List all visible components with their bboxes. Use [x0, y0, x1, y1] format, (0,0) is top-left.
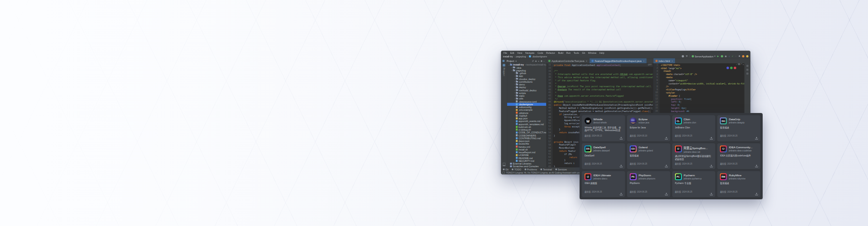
search-icon[interactable]: ◌	[735, 55, 736, 58]
code-token: Pageplug	[675, 88, 685, 91]
menu-item-code[interactable]: Code	[538, 51, 543, 54]
plugin-card[interactable]: CLClionjetbrains clionJetBrains Clion最新版…	[672, 115, 715, 141]
hammer-icon[interactable]: ⚒	[686, 55, 688, 58]
project-stripe-icon[interactable]	[503, 64, 505, 67]
breadcrumb-item[interactable]: install-try	[503, 55, 513, 57]
toolwindow-terminal[interactable]: Terminal	[540, 168, 552, 171]
locate-icon[interactable]: ⊕	[535, 60, 537, 62]
download-icon[interactable]	[619, 165, 623, 168]
spring-icon[interactable]	[692, 55, 694, 57]
tree-item-label: .idea	[516, 66, 521, 69]
line-number: 63	[547, 159, 552, 162]
run-config-dropdown[interactable]: ServerApplication▾	[692, 55, 716, 57]
close-icon[interactable]: ×	[643, 60, 645, 62]
download-icon[interactable]	[619, 137, 623, 140]
jetbrains-logo-icon: GO	[630, 146, 637, 152]
breadcrumb-item[interactable]: pageplug	[516, 55, 526, 57]
docker-file-icon	[529, 55, 531, 57]
tree-item-label: scripts	[519, 92, 526, 94]
plugin-card[interactable]: IJIDEA Community...jetbrains idea-c-code…	[717, 143, 760, 169]
download-icon[interactable]	[755, 192, 759, 196]
plugin-card[interactable]: IJIDEA Ultimatejetbrains idea-uIDEA 旗舰版最…	[582, 171, 625, 197]
jetbrains-logo-icon: DS	[585, 146, 591, 152]
download-icon[interactable]	[710, 165, 713, 168]
plugin-card[interactable]: DGDataGripjetbrains datagrip暂无描述最新版: 202…	[717, 115, 760, 141]
breadcrumb-item[interactable]: .dockerignore	[532, 55, 547, 57]
plugin-card[interactable]: RMRubyMinejetbrains rubymine暂无描述最新版: 202…	[717, 171, 760, 197]
download-icon[interactable]	[755, 137, 759, 140]
plugin-card[interactable]: DSDataSpelljetbrains dataspellDataSpell最…	[582, 143, 625, 169]
toolwindow-services[interactable]: Services	[555, 168, 567, 171]
code-token: @param	[558, 85, 566, 88]
folder-icon	[510, 64, 512, 66]
hide-icon[interactable]: −	[543, 60, 545, 62]
plugin-card[interactable]: IJ阿里云SpringBoo...jetbrains idea-c-ali通过阿…	[672, 143, 715, 169]
menu-item-tools[interactable]: Tools	[574, 51, 579, 54]
plugin-version: 最新版: 2024.06.25	[720, 162, 738, 165]
tree-row-root[interactable]: ⌄install-try~/workspace/install-try	[507, 63, 547, 66]
plugin-yellow-icon[interactable]	[746, 55, 749, 57]
user-icon[interactable]	[682, 55, 684, 57]
plugin-version: 最新版: 2024.06.25	[675, 134, 693, 137]
menu-item-run[interactable]: Run	[566, 51, 571, 54]
sync-icon[interactable]: ↺	[532, 60, 534, 62]
plugin-card[interactable]: PSPhpStormjetbrains phpstormPhpStorm最新版:…	[627, 171, 670, 197]
plugin-card[interactable]: Eclipseeclipse javaEclipse for Java最新版: …	[627, 115, 670, 141]
menu-item-file[interactable]: File	[504, 51, 507, 54]
menu-item-edit[interactable]: Edit	[510, 51, 514, 54]
line-number: 45	[547, 104, 552, 107]
debug-icon[interactable]	[721, 55, 723, 57]
plugin-card[interactable]: PCPycharmjetbrains pycharm-pPycharm 专业版最…	[672, 171, 715, 197]
menu-item-help[interactable]: Help	[599, 51, 604, 54]
toolwindow-switcher-icon[interactable]	[503, 163, 505, 166]
menu-item-build[interactable]: Build	[558, 51, 563, 54]
gradle-icon[interactable]	[746, 69, 749, 71]
plugin-version: 最新版: 2024.06.25	[585, 162, 602, 165]
plugin-title: Whistle	[594, 118, 607, 121]
tab-ApplicationControllerTest.java[interactable]: ApplicationControllerTest.java×	[547, 58, 590, 63]
menu-item-view[interactable]: View	[517, 51, 522, 54]
expand-icon[interactable]: +	[538, 60, 539, 62]
project-tool-button[interactable]: Project	[507, 60, 514, 62]
download-icon[interactable]	[755, 165, 759, 168]
code-token: "viewport"	[675, 79, 688, 82]
menu-item-window[interactable]: Window	[588, 51, 597, 54]
toolwindow-todo[interactable]: TODO	[512, 168, 521, 171]
code-token: * This advice method wraps the intercept…	[554, 76, 653, 79]
download-icon[interactable]	[710, 192, 713, 196]
plugin-card[interactable]: GOGolandjetbrains goland暂无描述最新版: 2024.06…	[627, 143, 670, 169]
tree-item-label: cloudos_deploy	[519, 77, 535, 80]
chevron-down-icon[interactable]: ▾	[515, 60, 517, 62]
settings-icon[interactable]: ✱	[738, 55, 740, 58]
download-icon[interactable]	[665, 137, 668, 140]
coverage-icon[interactable]: ◉	[725, 55, 726, 58]
close-icon[interactable]: ×	[586, 60, 587, 62]
download-icon[interactable]	[665, 192, 668, 196]
plugin-orange-icon[interactable]	[742, 55, 745, 57]
close-icon[interactable]: ×	[672, 60, 673, 62]
toolwindow-problems[interactable]: Problems	[524, 168, 537, 171]
notifications-icon[interactable]	[746, 65, 749, 67]
menu-item-git[interactable]: Git	[582, 51, 585, 54]
menu-item-refactor[interactable]: Refactor	[546, 51, 555, 54]
download-icon[interactable]	[619, 192, 623, 196]
plugin-card[interactable]: WWhistledevtool whistleWhistle 调试代理工具, 用…	[582, 115, 625, 141]
project-stripe-label[interactable]: Project	[503, 68, 505, 76]
toolwindow-git[interactable]: Git	[503, 168, 509, 171]
file-type-icon	[656, 60, 658, 62]
git-update-icon[interactable]: ↓	[729, 55, 730, 58]
download-icon[interactable]	[710, 137, 713, 140]
database-icon[interactable]	[746, 73, 749, 75]
run-icon[interactable]: ▶	[717, 55, 719, 58]
gear-icon[interactable]: ✱	[540, 60, 542, 62]
code-line: public Object invokeMethodAtMethodLevelA…	[552, 104, 653, 107]
git-commit-icon[interactable]: ✓	[731, 55, 733, 58]
status-toolwindow-icon[interactable]	[503, 172, 505, 174]
code-token: invokeMet	[568, 132, 580, 134]
code-token: (annotation.	[563, 113, 578, 116]
tab-FeatureFlaggedMethodInvokerAspect.java[interactable]: FeatureFlaggedMethodInvokerAspect.java×	[590, 58, 647, 63]
download-icon[interactable]	[665, 165, 668, 168]
menu-item-navigate[interactable]: Navigate	[525, 51, 535, 54]
tab-index.html[interactable]: index.html×	[654, 58, 675, 63]
plugin-title: DataGrip	[729, 118, 745, 121]
